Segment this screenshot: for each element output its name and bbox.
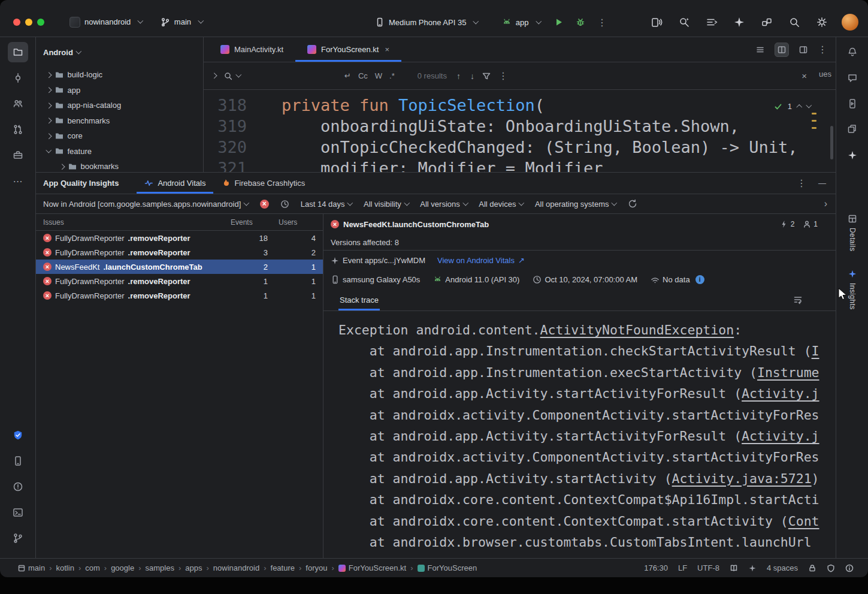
- debug-button[interactable]: [573, 14, 588, 30]
- notifications-tool-button[interactable]: [842, 42, 863, 62]
- visibility-filter-dropdown[interactable]: All visibility: [364, 200, 409, 209]
- stack-frame[interactable]: at androidx.browser.customtabs.CustomTab…: [338, 532, 836, 553]
- user-avatar[interactable]: [842, 14, 858, 31]
- inspections-shield-icon[interactable]: [827, 564, 835, 572]
- next-match-icon[interactable]: ↓: [470, 71, 474, 81]
- run-button[interactable]: [551, 14, 567, 30]
- code-line[interactable]: 320 onTopicCheckedChanged: (String, Bool…: [216, 137, 836, 158]
- soft-wrap-icon[interactable]: [793, 295, 803, 304]
- app-quality-insights-tool-button[interactable]: [8, 425, 28, 445]
- code-line[interactable]: 321 modifier: Modifier = Modifier: [216, 158, 836, 172]
- newline-icon[interactable]: ↵: [344, 71, 351, 80]
- stack-frame[interactable]: at androidx.core.content.ContextCompat$A…: [338, 489, 836, 510]
- stack-frame[interactable]: at android.app.Activity.startActivityFor…: [338, 426, 836, 447]
- chevron-right-icon[interactable]: [46, 102, 52, 108]
- gemini-tool-button[interactable]: [842, 145, 863, 165]
- code-editor[interactable]: 318 private fun TopicSelection( 319 onbo…: [204, 90, 836, 172]
- editor-list-icon[interactable]: [755, 45, 765, 55]
- ai-sparkle-icon[interactable]: [748, 564, 757, 572]
- history-icon[interactable]: [280, 200, 289, 209]
- info-icon[interactable]: [695, 275, 704, 284]
- project-item-benchmarks[interactable]: benchmarks: [36, 113, 203, 129]
- version-control-tool-button[interactable]: [8, 528, 28, 548]
- inspection-widget[interactable]: 1: [774, 96, 810, 117]
- refresh-icon[interactable]: [628, 199, 637, 209]
- terminal-tool-button[interactable]: [8, 502, 28, 523]
- project-selector[interactable]: nowinandroid: [65, 14, 147, 31]
- tab-firebase-crashlytics[interactable]: Firebase Crashlytics: [213, 173, 313, 194]
- os-filter-dropdown[interactable]: All operating systems: [535, 200, 616, 209]
- stack-frame[interactable]: at android.app.Instrumentation.checkStar…: [338, 340, 836, 361]
- issue-row[interactable]: FullyDrawnReporter.removeReporter 3 2: [36, 245, 323, 260]
- code-line[interactable]: 318 private fun TopicSelection(: [216, 95, 836, 116]
- issue-row[interactable]: FullyDrawnReporter.removeReporter 1 1: [36, 288, 323, 303]
- tool-window-button-details[interactable]: Details: [848, 214, 857, 251]
- versions-filter-dropdown[interactable]: All versions: [420, 200, 467, 209]
- breadcrumb-item[interactable]: nowinandroid: [213, 563, 259, 572]
- breadcrumb-item[interactable]: main: [18, 563, 45, 572]
- project-item-core[interactable]: core: [36, 128, 203, 144]
- chevron-right-icon[interactable]: [46, 72, 52, 77]
- run-config-selector[interactable]: app: [497, 14, 545, 30]
- split-editor-icon[interactable]: [775, 43, 789, 57]
- zoom-window-button[interactable]: [37, 19, 44, 26]
- ai-search-icon[interactable]: [676, 14, 692, 30]
- stack-frame[interactable]: at android.app.Activity.startActivityFor…: [338, 383, 836, 404]
- editor-more-icon[interactable]: ⋮: [818, 44, 827, 55]
- code-line[interactable]: 319 onboardingUiState: OnboardingUiState…: [216, 116, 836, 137]
- breadcrumb-item[interactable]: kotlin: [56, 563, 74, 572]
- devices-filter-dropdown[interactable]: All devices: [479, 200, 524, 209]
- problems-tool-button[interactable]: [8, 477, 28, 497]
- warning-stripe-mark[interactable]: [812, 120, 816, 122]
- file-encoding[interactable]: UTF-8: [697, 563, 719, 572]
- tab-foryouscreen[interactable]: ForYouScreen.kt ×: [295, 37, 401, 62]
- minimize-window-button[interactable]: [25, 19, 32, 26]
- stack-frame[interactable]: Exception android.content.ActivityNotFou…: [338, 319, 836, 340]
- indent-setting[interactable]: 4 spaces: [767, 563, 798, 572]
- app-inspection-tool-button[interactable]: [842, 119, 863, 140]
- settings-gear-icon[interactable]: [814, 14, 830, 30]
- chevron-right-icon[interactable]: [46, 118, 52, 123]
- close-window-button[interactable]: [13, 19, 20, 26]
- column-events[interactable]: Events: [231, 218, 268, 227]
- plugins-icon[interactable]: [759, 14, 775, 30]
- whole-words-toggle[interactable]: W: [375, 71, 382, 80]
- regex-toggle[interactable]: .*: [389, 71, 395, 80]
- expand-find-icon[interactable]: [211, 73, 217, 79]
- match-case-toggle[interactable]: Cc: [358, 71, 368, 80]
- branch-selector[interactable]: main: [156, 14, 208, 30]
- logcat-icon[interactable]: [704, 14, 719, 30]
- device-manager-tool-button[interactable]: [8, 451, 28, 471]
- device-mirroring-icon[interactable]: [649, 14, 664, 30]
- stack-frame[interactable]: at android.app.Activity.startActivity (A…: [338, 468, 836, 489]
- breadcrumb-item[interactable]: ForYouScreen: [418, 563, 477, 572]
- panel-options-icon[interactable]: ⋮: [797, 177, 806, 189]
- project-item-bookmarks[interactable]: bookmarks: [36, 159, 203, 172]
- tab-mainactivity[interactable]: MainActivity.kt: [208, 37, 295, 62]
- breadcrumb-item[interactable]: ForYouScreen.kt: [338, 563, 406, 572]
- close-find-icon[interactable]: ×: [802, 71, 807, 81]
- find-input[interactable]: [247, 71, 337, 80]
- build-tool-button[interactable]: [8, 145, 28, 165]
- project-item-feature[interactable]: feature: [36, 144, 203, 159]
- breadcrumb-item[interactable]: samples: [146, 563, 174, 572]
- breadcrumb-item[interactable]: feature: [271, 563, 295, 572]
- ide-errors-icon[interactable]: [845, 564, 854, 572]
- warning-stripe-mark[interactable]: [812, 113, 816, 114]
- project-view-selector[interactable]: Android: [36, 37, 203, 67]
- editor-layout-icon[interactable]: [799, 45, 808, 55]
- stack-frame[interactable]: at android.app.Instrumentation.execStart…: [338, 362, 836, 383]
- previous-problem-icon[interactable]: [797, 105, 802, 110]
- chevron-down-icon[interactable]: [46, 147, 52, 153]
- pull-requests-tool-button[interactable]: [8, 119, 28, 140]
- breadcrumb-item[interactable]: com: [85, 563, 100, 572]
- project-item-build-logic[interactable]: build-logic: [36, 67, 203, 83]
- chevron-right-icon[interactable]: [59, 164, 65, 169]
- app-filter-dropdown[interactable]: Now in Android [com.google.samples.apps.…: [43, 200, 249, 209]
- more-tool-windows-icon[interactable]: ⋯: [8, 171, 28, 191]
- view-on-android-vitals-link[interactable]: View on Android Vitals: [437, 256, 515, 265]
- column-users[interactable]: Users: [268, 218, 316, 227]
- filter-icon[interactable]: [482, 71, 491, 81]
- stack-frame[interactable]: at androidx.activity.ComponentActivity.s…: [338, 447, 836, 468]
- fatal-filter-icon[interactable]: [260, 200, 269, 209]
